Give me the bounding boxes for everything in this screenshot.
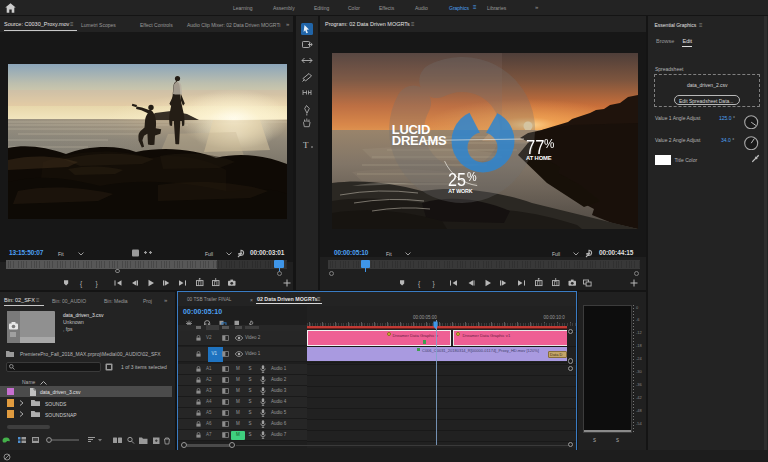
svg-text:{: { [418,280,421,288]
svg-text:{: { [80,280,83,288]
svg-text:}: } [433,280,436,288]
svg-text:T: T [303,140,309,150]
svg-text:}: } [96,280,99,288]
